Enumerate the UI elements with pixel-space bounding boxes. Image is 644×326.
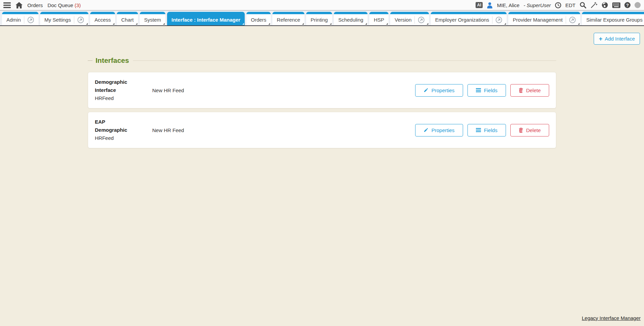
interface-name: Demographic Interface <box>95 78 139 94</box>
user-role: - SuperUser <box>524 2 551 8</box>
tab-label: Provider Management <box>513 17 563 23</box>
tab-label: Similar Exposure Groups (SEGs) <box>586 17 644 23</box>
doc-queue-count: (3) <box>75 2 81 8</box>
tab-corner-indicator <box>242 23 244 25</box>
tab-interface-interface-manager[interactable]: Interface : Interface Manager <box>167 12 245 25</box>
interface-description: New HR Feed <box>152 127 415 133</box>
fields-button[interactable]: Fields <box>467 84 506 97</box>
hamburger-menu-icon[interactable] <box>3 2 11 8</box>
topbar-left: Orders Doc Queue (3) <box>3 2 81 8</box>
main-content: + Add Interface Interfaces Demographic I… <box>0 26 644 325</box>
interfaces-section: Interfaces Demographic InterfaceHRFeedNe… <box>88 26 556 148</box>
wand-icon[interactable] <box>590 2 597 8</box>
trash-icon <box>519 128 523 133</box>
interface-name: EAP Demographic <box>95 118 139 134</box>
interface-code: HRFeed <box>95 94 139 102</box>
tab-orders[interactable]: Orders <box>246 12 271 25</box>
external-link-icon[interactable] <box>495 17 502 23</box>
delete-button-label: Delete <box>526 87 541 93</box>
tab-divider <box>414 16 415 24</box>
tab-label: HSP <box>374 17 384 23</box>
tab-label: Scheduling <box>338 17 363 23</box>
tab-label: Printing <box>311 17 328 23</box>
tab-corner-indicator <box>268 23 270 25</box>
tab-reference[interactable]: Reference <box>272 12 304 25</box>
tab-label: Access <box>95 17 111 23</box>
properties-button-label: Properties <box>431 87 454 93</box>
add-interface-button[interactable]: + Add Interface <box>594 33 640 45</box>
tab-corner-indicator <box>578 23 580 25</box>
legend-rule <box>133 60 556 61</box>
user-name[interactable]: MIE, Alice <box>497 2 519 8</box>
tab-divider <box>74 16 74 24</box>
search-icon[interactable] <box>580 2 586 8</box>
pencil-icon <box>424 128 428 132</box>
tab-corner-indicator <box>386 23 388 25</box>
tab-similar-exposure-groups-segs[interactable]: Similar Exposure Groups (SEGs) <box>582 12 644 25</box>
plus-icon: + <box>599 36 602 41</box>
orders-link[interactable]: Orders <box>27 2 43 8</box>
doc-queue-label: Doc Queue <box>48 2 73 8</box>
clock-icon[interactable] <box>555 2 561 8</box>
tab-corner-indicator <box>136 23 137 25</box>
tab-chart[interactable]: Chart <box>117 12 138 25</box>
interface-row: EAP DemographicHRFeedNew HR FeedProperti… <box>88 112 556 148</box>
interface-list: Demographic InterfaceHRFeedNew HR FeedPr… <box>88 72 556 148</box>
tab-label: Admin <box>6 17 21 23</box>
tab-hsp[interactable]: HSP <box>369 12 388 25</box>
tab-label: My Settings <box>45 17 71 23</box>
timezone-label[interactable]: EDT <box>565 2 575 8</box>
pencil-icon <box>424 88 428 93</box>
tab-bar: AdminMy SettingsAccessChartSystemInterfa… <box>0 10 644 26</box>
section-title: Interfaces <box>96 56 129 65</box>
delete-button-label: Delete <box>526 127 541 133</box>
tab-label: Reference <box>277 17 300 23</box>
row-actions: PropertiesFieldsDelete <box>415 124 549 136</box>
tab-corner-indicator <box>504 23 506 25</box>
external-link-icon[interactable] <box>418 17 425 23</box>
legend-dash <box>88 60 92 61</box>
tab-scheduling[interactable]: Scheduling <box>334 12 368 25</box>
globe-icon[interactable] <box>601 2 608 8</box>
tab-label: Employer Organizations <box>435 17 489 23</box>
tab-corner-indicator <box>163 23 165 25</box>
interface-identity: Demographic InterfaceHRFeed <box>95 78 139 102</box>
keyboard-icon[interactable] <box>612 2 620 8</box>
tab-provider-management[interactable]: Provider Management <box>508 12 580 25</box>
tab-printing[interactable]: Printing <box>306 12 332 25</box>
tab-corner-indicator <box>86 23 88 25</box>
tab-system[interactable]: System <box>140 12 165 25</box>
external-link-icon[interactable] <box>569 17 576 23</box>
tab-version[interactable]: Version <box>390 12 429 25</box>
topbar-right: AI MIE, Alice - SuperUser EDT ? <box>476 2 641 8</box>
doc-queue-link[interactable]: Doc Queue (3) <box>48 2 81 8</box>
row-actions: PropertiesFieldsDelete <box>415 84 549 97</box>
properties-button-label: Properties <box>431 127 454 133</box>
tab-corner-indicator <box>113 23 114 25</box>
interface-row: Demographic InterfaceHRFeedNew HR FeedPr… <box>88 72 556 108</box>
properties-button[interactable]: Properties <box>415 84 463 97</box>
tab-my-settings[interactable]: My Settings <box>40 12 88 25</box>
properties-button[interactable]: Properties <box>415 124 463 136</box>
legacy-interface-manager-link[interactable]: Legacy Interface Manager <box>582 315 641 321</box>
delete-button[interactable]: Delete <box>510 84 549 97</box>
interface-code: HRFeed <box>95 134 139 142</box>
help-icon[interactable]: ? <box>624 2 630 8</box>
user-icon <box>487 2 493 8</box>
tab-label: Chart <box>121 17 134 23</box>
delete-button[interactable]: Delete <box>510 124 549 136</box>
tab-divider <box>24 16 24 24</box>
tab-label: Orders <box>251 17 266 23</box>
section-header: Interfaces <box>88 56 556 65</box>
add-interface-label: Add Interface <box>605 36 635 42</box>
fields-button-label: Fields <box>484 127 498 133</box>
tab-access[interactable]: Access <box>90 12 115 25</box>
fields-button[interactable]: Fields <box>467 124 506 136</box>
fields-button-label: Fields <box>484 87 498 93</box>
tab-employer-organizations[interactable]: Employer Organizations <box>431 12 507 25</box>
external-link-icon[interactable] <box>27 17 34 23</box>
tab-admin[interactable]: Admin <box>2 12 38 25</box>
external-link-icon[interactable] <box>77 17 84 23</box>
ai-badge[interactable]: AI <box>476 2 483 8</box>
home-icon[interactable] <box>16 2 23 8</box>
